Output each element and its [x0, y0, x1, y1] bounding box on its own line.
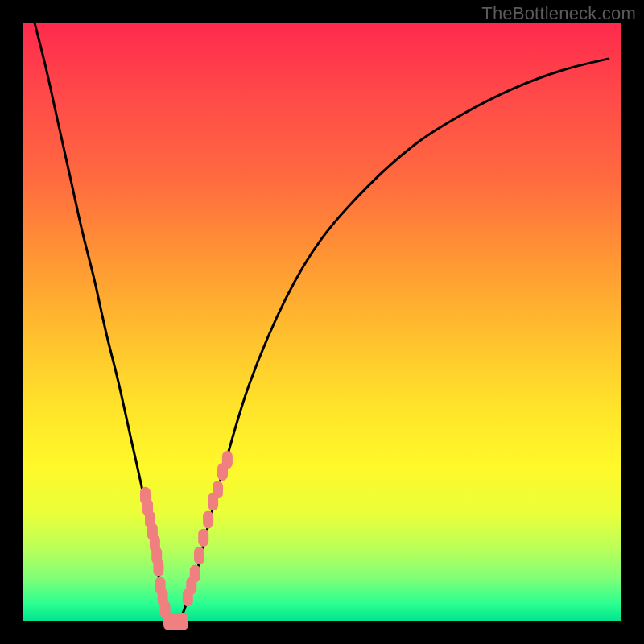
chart-outer-frame: TheBottleneck.com: [0, 0, 644, 644]
scatter-marker: [222, 451, 233, 469]
scatter-marker: [190, 565, 200, 583]
chart-svg: [23, 23, 621, 621]
scatter-marker: [194, 547, 204, 564]
chart-plot-area: [23, 23, 621, 621]
scatter-marker: [203, 511, 213, 529]
bottleneck-curve-path: [35, 23, 609, 623]
marker-layer: [140, 451, 233, 630]
scatter-marker: [198, 529, 208, 547]
scatter-marker: [178, 613, 188, 630]
watermark-text: TheBottleneck.com: [481, 3, 636, 24]
scatter-marker: [213, 481, 223, 498]
curve-layer: [35, 23, 609, 623]
scatter-marker: [153, 559, 163, 576]
